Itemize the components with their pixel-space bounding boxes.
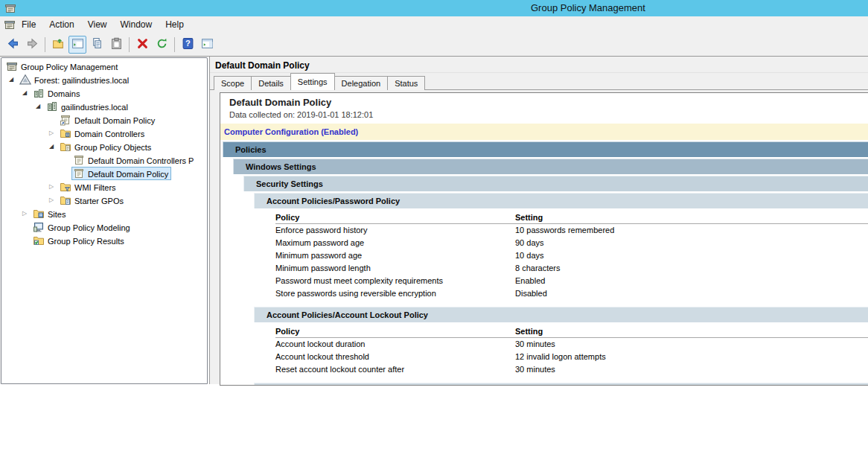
policy-name: Enforce password history [275,226,368,234]
collapse-icon[interactable]: ◢ [36,103,40,110]
section-band-account-policies-account-lockout-policy[interactable]: Account Policies/Account Lockout Policy [254,307,868,322]
policy-row: Account lockout duration30 minutes [275,338,868,351]
collapse-icon[interactable]: ◢ [49,143,54,150]
tree-item-starter-gpos[interactable]: ▷Starter GPOs [1,194,208,207]
menu-view[interactable]: View [81,16,114,34]
expand-icon[interactable]: ▷ [49,183,54,191]
paste-icon [110,37,123,53]
policy-name: Account lockout duration [275,339,365,348]
toolbar-button-help[interactable]: ? [179,36,197,54]
expand-icon[interactable]: ▷ [49,130,54,137]
expand-icon[interactable]: ▷ [22,210,27,217]
section-band-security-settings[interactable]: Security Settings [243,176,868,191]
tree-item-group-policy-modeling[interactable]: Group Policy Modeling [1,220,208,234]
titlebar: Group Policy Management [0,0,868,16]
tree-item-default-domain-policy[interactable]: Default Domain Policy [1,113,208,127]
tab-details[interactable]: Details [251,76,291,90]
toolbar-button-delete[interactable] [133,36,151,54]
toolbar: ? [0,34,868,57]
policy-setting: Disabled [515,287,547,300]
tree-item-label: Group Policy Objects [74,142,151,152]
tab-settings[interactable]: Settings [290,73,335,90]
policy-row: Maximum password age90 days [275,237,868,249]
section-band-policies[interactable]: Policies [223,141,868,157]
tree-item-label: Group Policy Modeling [48,223,130,232]
folder-gpo-icon [60,141,71,153]
tree-item-label: Group Policy Management [21,62,118,71]
policy-row: Account lockout threshold12 invalid logo… [275,351,868,363]
tree-item-group-policy-objects[interactable]: ◢Group Policy Objects [1,140,208,153]
tree-item-default-domain-policy[interactable]: Default Domain Policy [1,167,208,180]
domain-icon [46,100,58,112]
toolbar-button-action-pane[interactable] [198,36,216,54]
tree-item-group-policy-management[interactable]: Group Policy Management [1,60,208,73]
refresh-icon [156,37,168,53]
toolbar-button-copy[interactable] [88,36,106,54]
computer-configuration-banner[interactable]: Computer Configuration (Enabled) [220,124,868,140]
tree-item-domain-controllers[interactable]: ▷Domain Controllers [1,127,208,140]
collapse-icon[interactable]: ◢ [9,76,13,83]
tree-item-forest-gailindustries-local[interactable]: ◢Forest: gailindustries.local [1,73,208,86]
toolbar-separator [45,37,45,52]
section-band-windows-settings[interactable]: Windows Settings [233,159,868,174]
toolbar-button-paste[interactable] [107,36,125,54]
menu-action[interactable]: Action [42,16,80,34]
policy-row: Minimum password age10 days [275,249,868,262]
tree-item-domains[interactable]: ◢Domains [1,86,208,100]
toolbar-button-forward[interactable] [23,36,41,54]
tab-delegation[interactable]: Delegation [334,76,389,90]
svg-text:?: ? [185,39,191,48]
report-title: Default Domain Policy [229,97,868,108]
folder-dc-icon [60,127,71,139]
policy-row: Password must meet complexity requiremen… [275,275,868,287]
section-band-account-policies-password-policy[interactable]: Account Policies/Password Policy [254,193,868,208]
menu-file[interactable]: File [15,16,42,34]
tab-scope[interactable]: Scope [214,76,252,90]
toolbar-separator [174,37,175,52]
section-band-partial[interactable] [254,383,868,386]
tree-item-wmi-filters[interactable]: ▷WMI Filters [1,180,208,194]
help-icon: ? [182,37,194,53]
policy-row: Minimum password length8 characters [275,262,868,275]
gpmc-app-icon [4,19,16,31]
tree-item-gailindustries-local[interactable]: ◢gailindustries.local [1,100,208,113]
collapse-icon[interactable]: ◢ [22,89,27,97]
folder-starter-icon [60,194,71,206]
policy-setting: 30 minutes [515,338,555,351]
menu-window[interactable]: Window [114,16,159,34]
gpo-icon [73,154,85,166]
expand-icon[interactable]: ▷ [49,197,54,204]
settings-tab-page: Default Domain Policy Data collected on:… [210,89,868,384]
gpo-icon [73,168,85,179]
tree-item-default-domain-controllers-p[interactable]: Default Domain Controllers P [1,153,208,167]
tree-item-group-policy-results[interactable]: Group Policy Results [1,234,208,247]
policy-table: PolicySettingEnforce password history10 … [275,213,868,300]
menu-help[interactable]: Help [159,16,191,34]
tree-item-label: Forest: gailindustries.local [34,75,129,85]
gpmc-app-icon [4,2,16,14]
console-tree-pane[interactable]: Group Policy Management◢Forest: gailindu… [1,57,208,384]
action-pane-icon [201,37,214,53]
toolbar-button-refresh[interactable] [153,36,170,54]
delete-icon [136,37,149,53]
policy-name: Reset account lockout counter after [275,365,404,374]
policy-table: PolicySettingAccount lockout duration30 … [275,327,868,376]
policy-name: Account lockout threshold [275,352,369,361]
policy-setting: 12 invalid logon attempts [515,351,606,363]
policy-name: Password must meet complexity requiremen… [275,276,443,285]
toolbar-button-back[interactable] [4,36,22,54]
toolbar-button-export[interactable] [49,36,67,54]
tree-item-label: Default Domain Controllers P [88,156,194,165]
tree-item-sites[interactable]: ▷Sites [1,207,208,220]
menubar: FileActionViewWindowHelp [0,16,868,34]
report-sections: Computer Configuration (Enabled)Policies… [220,124,868,386]
policy-row: Reset account lockout counter after30 mi… [275,363,868,376]
policy-name: Maximum password age [275,238,364,247]
toolbar-button-console-tree[interactable] [68,36,86,54]
folder-wmi-icon [60,181,71,193]
tree-item-label: Group Policy Results [48,236,124,246]
tab-status[interactable]: Status [387,76,425,90]
policy-name: Minimum password age [275,251,362,260]
back-icon [7,37,19,53]
column-header-setting: Setting [515,327,543,336]
